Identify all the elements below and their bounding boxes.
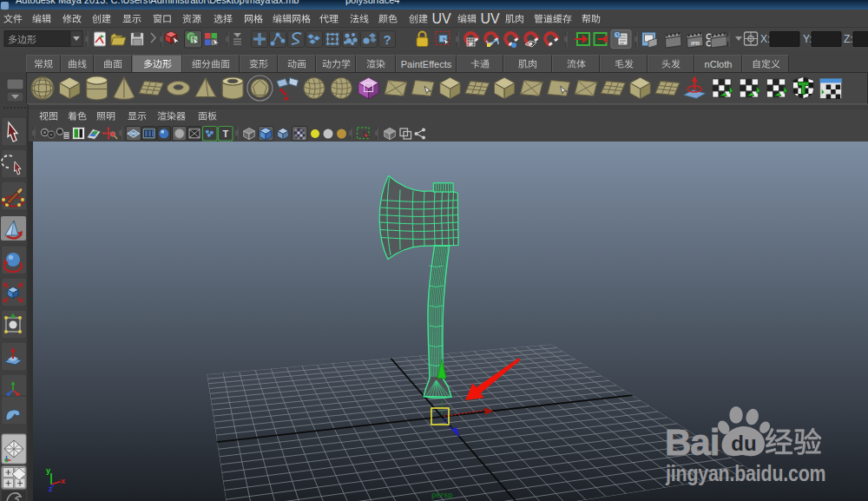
svg-text:X:: X: (760, 33, 770, 45)
svg-text:persp: persp (431, 491, 453, 499)
svg-text:y: y (46, 466, 50, 475)
svg-text:z: z (49, 485, 53, 493)
svg-text:Y:: Y: (803, 33, 812, 45)
svg-text:x: x (61, 477, 65, 485)
svg-text:?: ? (383, 32, 391, 47)
svg-text:T: T (222, 129, 228, 139)
svg-text:Z:: Z: (844, 33, 853, 45)
svg-text:du: du (731, 432, 756, 455)
svg-text:IPR: IPR (691, 41, 700, 46)
